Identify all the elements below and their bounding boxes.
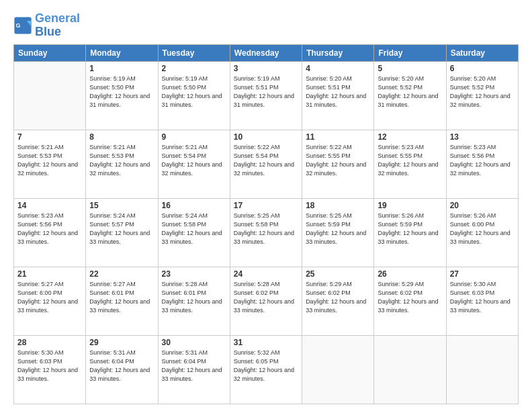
day-detail: Sunrise: 5:29 AMSunset: 6:02 PMDaylight:… <box>306 280 370 315</box>
day-number: 21 <box>17 269 82 279</box>
day-number: 30 <box>162 338 226 347</box>
calendar-week-row: 21 Sunrise: 5:27 AMSunset: 6:00 PMDaylig… <box>14 267 519 335</box>
calendar-header-row: SundayMondayTuesdayWednesdayThursdayFrid… <box>14 44 519 61</box>
calendar-weekday: Friday <box>374 44 446 61</box>
calendar-day-cell: 19 Sunrise: 5:26 AMSunset: 5:59 PMDaylig… <box>374 198 446 267</box>
day-detail: Sunrise: 5:26 AMSunset: 5:59 PMDaylight:… <box>378 212 442 246</box>
header: G General Blue <box>13 12 519 39</box>
calendar-week-row: 7 Sunrise: 5:21 AMSunset: 5:53 PMDayligh… <box>14 130 519 198</box>
day-detail: Sunrise: 5:20 AMSunset: 5:51 PMDaylight:… <box>306 75 370 109</box>
day-number: 12 <box>378 132 442 142</box>
day-detail: Sunrise: 5:31 AMSunset: 6:04 PMDaylight:… <box>89 349 154 383</box>
day-detail: Sunrise: 5:30 AMSunset: 6:03 PMDaylight:… <box>17 349 82 383</box>
day-number: 20 <box>450 201 515 210</box>
day-number: 14 <box>17 201 82 210</box>
calendar-day-cell: 8 Sunrise: 5:21 AMSunset: 5:53 PMDayligh… <box>86 130 158 198</box>
day-detail: Sunrise: 5:32 AMSunset: 6:05 PMDaylight:… <box>234 349 298 383</box>
calendar-day-cell: 24 Sunrise: 5:28 AMSunset: 6:02 PMDaylig… <box>230 267 302 335</box>
day-number: 29 <box>89 338 154 347</box>
day-number: 31 <box>234 338 298 347</box>
logo-text: General Blue <box>35 12 80 39</box>
day-number: 22 <box>89 269 154 279</box>
calendar-weekday: Monday <box>86 44 158 61</box>
day-detail: Sunrise: 5:21 AMSunset: 5:54 PMDaylight:… <box>162 143 226 178</box>
calendar-day-cell: 7 Sunrise: 5:21 AMSunset: 5:53 PMDayligh… <box>14 130 86 198</box>
svg-text:G: G <box>16 22 21 29</box>
day-detail: Sunrise: 5:21 AMSunset: 5:53 PMDaylight:… <box>89 143 154 178</box>
calendar-day-cell: 26 Sunrise: 5:29 AMSunset: 6:02 PMDaylig… <box>374 267 446 335</box>
day-number: 27 <box>450 269 515 279</box>
calendar-day-cell: 2 Sunrise: 5:19 AMSunset: 5:50 PMDayligh… <box>158 61 230 130</box>
calendar-day-cell: 13 Sunrise: 5:23 AMSunset: 5:56 PMDaylig… <box>446 130 518 198</box>
calendar-day-cell: 9 Sunrise: 5:21 AMSunset: 5:54 PMDayligh… <box>158 130 230 198</box>
day-number: 16 <box>162 201 226 210</box>
calendar-day-cell: 23 Sunrise: 5:28 AMSunset: 6:01 PMDaylig… <box>158 267 230 335</box>
calendar-day-cell: 1 Sunrise: 5:19 AMSunset: 5:50 PMDayligh… <box>86 61 158 130</box>
calendar-day-cell: 15 Sunrise: 5:24 AMSunset: 5:57 PMDaylig… <box>86 198 158 267</box>
calendar-day-cell <box>374 335 446 404</box>
day-detail: Sunrise: 5:28 AMSunset: 6:01 PMDaylight:… <box>162 280 226 315</box>
day-detail: Sunrise: 5:19 AMSunset: 5:50 PMDaylight:… <box>162 75 226 109</box>
day-detail: Sunrise: 5:28 AMSunset: 6:02 PMDaylight:… <box>234 280 298 315</box>
day-number: 2 <box>162 64 226 73</box>
day-detail: Sunrise: 5:26 AMSunset: 6:00 PMDaylight:… <box>450 212 515 246</box>
calendar-weekday: Saturday <box>446 44 518 61</box>
calendar-day-cell: 5 Sunrise: 5:20 AMSunset: 5:52 PMDayligh… <box>374 61 446 130</box>
calendar-table: SundayMondayTuesdayWednesdayThursdayFrid… <box>13 44 519 404</box>
calendar-day-cell: 27 Sunrise: 5:30 AMSunset: 6:03 PMDaylig… <box>446 267 518 335</box>
day-number: 11 <box>306 132 370 142</box>
calendar-day-cell: 28 Sunrise: 5:30 AMSunset: 6:03 PMDaylig… <box>14 335 86 404</box>
day-detail: Sunrise: 5:19 AMSunset: 5:50 PMDaylight:… <box>89 75 154 109</box>
calendar-day-cell: 14 Sunrise: 5:23 AMSunset: 5:56 PMDaylig… <box>14 198 86 267</box>
day-number: 26 <box>378 269 442 279</box>
logo: G General Blue <box>13 12 80 39</box>
day-detail: Sunrise: 5:24 AMSunset: 5:57 PMDaylight:… <box>89 212 154 246</box>
day-number: 6 <box>450 64 515 73</box>
day-detail: Sunrise: 5:25 AMSunset: 5:59 PMDaylight:… <box>306 212 370 246</box>
day-detail: Sunrise: 5:29 AMSunset: 6:02 PMDaylight:… <box>378 280 442 315</box>
calendar-day-cell: 3 Sunrise: 5:19 AMSunset: 5:51 PMDayligh… <box>230 61 302 130</box>
day-number: 5 <box>378 64 442 73</box>
day-detail: Sunrise: 5:22 AMSunset: 5:54 PMDaylight:… <box>234 143 298 178</box>
day-detail: Sunrise: 5:23 AMSunset: 5:55 PMDaylight:… <box>378 143 442 178</box>
day-number: 4 <box>306 64 370 73</box>
day-detail: Sunrise: 5:23 AMSunset: 5:56 PMDaylight:… <box>450 143 515 178</box>
day-number: 17 <box>234 201 298 210</box>
day-number: 24 <box>234 269 298 279</box>
calendar-day-cell: 11 Sunrise: 5:22 AMSunset: 5:55 PMDaylig… <box>302 130 374 198</box>
page: G General Blue SundayMondayTuesdayWednes… <box>0 0 532 411</box>
day-detail: Sunrise: 5:21 AMSunset: 5:53 PMDaylight:… <box>17 143 82 178</box>
day-number: 7 <box>17 132 82 142</box>
day-detail: Sunrise: 5:19 AMSunset: 5:51 PMDaylight:… <box>234 75 298 109</box>
logo-icon: G <box>13 16 32 35</box>
day-detail: Sunrise: 5:22 AMSunset: 5:55 PMDaylight:… <box>306 143 370 178</box>
day-number: 13 <box>450 132 515 142</box>
day-detail: Sunrise: 5:27 AMSunset: 6:01 PMDaylight:… <box>89 280 154 315</box>
day-number: 9 <box>162 132 226 142</box>
day-detail: Sunrise: 5:20 AMSunset: 5:52 PMDaylight:… <box>450 75 515 109</box>
calendar-week-row: 14 Sunrise: 5:23 AMSunset: 5:56 PMDaylig… <box>14 198 519 267</box>
day-number: 25 <box>306 269 370 279</box>
calendar-day-cell: 4 Sunrise: 5:20 AMSunset: 5:51 PMDayligh… <box>302 61 374 130</box>
day-number: 10 <box>234 132 298 142</box>
calendar-week-row: 28 Sunrise: 5:30 AMSunset: 6:03 PMDaylig… <box>14 335 519 404</box>
calendar-day-cell <box>446 335 518 404</box>
calendar-day-cell: 18 Sunrise: 5:25 AMSunset: 5:59 PMDaylig… <box>302 198 374 267</box>
calendar-day-cell <box>302 335 374 404</box>
calendar-weekday: Wednesday <box>230 44 302 61</box>
calendar-day-cell: 31 Sunrise: 5:32 AMSunset: 6:05 PMDaylig… <box>230 335 302 404</box>
day-detail: Sunrise: 5:27 AMSunset: 6:00 PMDaylight:… <box>17 280 82 315</box>
day-detail: Sunrise: 5:30 AMSunset: 6:03 PMDaylight:… <box>450 280 515 315</box>
day-number: 19 <box>378 201 442 210</box>
calendar-day-cell: 21 Sunrise: 5:27 AMSunset: 6:00 PMDaylig… <box>14 267 86 335</box>
calendar-day-cell: 12 Sunrise: 5:23 AMSunset: 5:55 PMDaylig… <box>374 130 446 198</box>
day-number: 1 <box>89 64 154 73</box>
calendar-weekday: Tuesday <box>158 44 230 61</box>
day-number: 3 <box>234 64 298 73</box>
calendar-weekday: Thursday <box>302 44 374 61</box>
calendar-day-cell: 30 Sunrise: 5:31 AMSunset: 6:04 PMDaylig… <box>158 335 230 404</box>
calendar-day-cell: 25 Sunrise: 5:29 AMSunset: 6:02 PMDaylig… <box>302 267 374 335</box>
calendar-week-row: 1 Sunrise: 5:19 AMSunset: 5:50 PMDayligh… <box>14 61 519 130</box>
calendar-day-cell <box>14 61 86 130</box>
calendar-day-cell: 22 Sunrise: 5:27 AMSunset: 6:01 PMDaylig… <box>86 267 158 335</box>
